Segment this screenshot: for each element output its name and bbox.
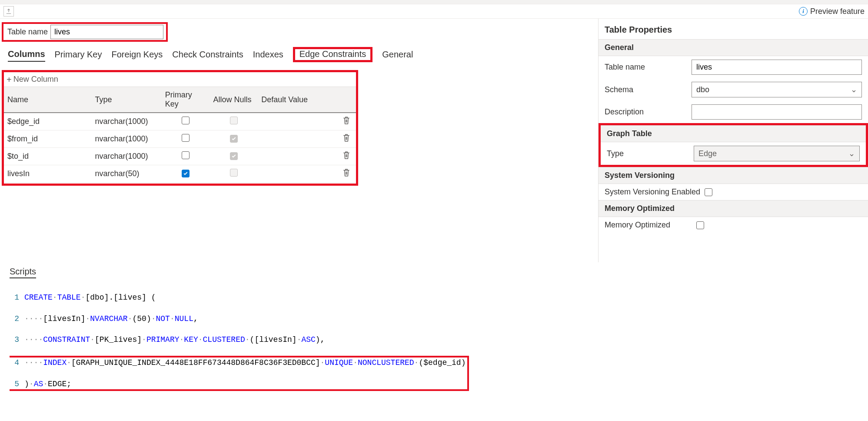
trash-icon[interactable] xyxy=(343,116,350,125)
main-split: Table name Columns Primary Key Foreign K… xyxy=(0,19,868,262)
info-icon: i xyxy=(799,7,808,16)
prop-schema-select[interactable]: dbo ⌄ xyxy=(692,82,862,97)
table-name-label: Table name xyxy=(5,26,50,38)
default-cell[interactable] xyxy=(258,165,336,183)
col-type-cell[interactable]: nvarchar(1000) xyxy=(91,148,161,165)
graph-table-highlight: Graph Table Type Edge ⌄ xyxy=(599,123,868,167)
col-type-cell[interactable]: nvarchar(1000) xyxy=(91,113,161,130)
pk-checkbox[interactable] xyxy=(182,151,190,159)
prop-schema-value: dbo xyxy=(696,85,709,94)
col-name-cell[interactable]: $to_id xyxy=(4,148,91,165)
preview-feature-text: Preview feature xyxy=(810,7,865,16)
tab-edge-constraints[interactable]: Edge Constraints xyxy=(299,47,366,60)
section-sysver: System Versioning xyxy=(599,167,868,184)
table-row[interactable]: $to_idnvarchar(1000) xyxy=(4,148,356,165)
table-row[interactable]: livesInnvarchar(50) xyxy=(4,165,356,183)
col-type-cell[interactable]: nvarchar(50) xyxy=(91,165,161,183)
trash-icon[interactable] xyxy=(343,134,350,142)
col-header-nulls: Allow Nulls xyxy=(210,87,258,113)
pk-checkbox[interactable] xyxy=(182,134,190,142)
tab-general[interactable]: General xyxy=(382,48,413,61)
prop-memopt-checkbox[interactable] xyxy=(696,221,704,229)
pk-checkbox[interactable] xyxy=(182,117,190,124)
section-general: General xyxy=(599,39,868,56)
tab-edge-constraints-highlight: Edge Constraints xyxy=(293,47,372,62)
tab-columns[interactable]: Columns xyxy=(8,47,45,62)
col-header-default: Default Value xyxy=(258,87,336,113)
top-strip xyxy=(0,0,868,4)
col-name-cell[interactable]: livesIn xyxy=(4,165,91,183)
chevron-down-icon: ⌄ xyxy=(848,149,855,158)
designer-tabs: Columns Primary Key Foreign Keys Check C… xyxy=(2,42,598,62)
table-name-input[interactable] xyxy=(50,25,163,39)
tab-check-constraints[interactable]: Check Constraints xyxy=(172,48,243,61)
tab-foreign-keys[interactable]: Foreign Keys xyxy=(111,48,163,61)
prop-description-label: Description xyxy=(605,107,692,117)
col-header-pk: Primary Key xyxy=(162,87,210,113)
prop-type-label: Type xyxy=(607,149,694,158)
prop-description-input[interactable] xyxy=(692,104,862,120)
trash-icon[interactable] xyxy=(343,151,350,160)
col-name-cell[interactable]: $edge_id xyxy=(4,113,91,130)
col-header-actions xyxy=(337,87,356,113)
default-cell[interactable] xyxy=(258,148,336,165)
tab-indexes[interactable]: Indexes xyxy=(253,48,283,61)
section-memopt: Memory Optimized xyxy=(599,200,868,217)
default-cell[interactable] xyxy=(258,130,336,148)
prop-memopt-label: Memory Optimized xyxy=(605,221,670,230)
columns-table: Name Type Primary Key Allow Nulls Defaul… xyxy=(4,87,356,183)
nulls-checkbox xyxy=(230,152,238,160)
new-column-label: New Column xyxy=(13,75,58,84)
prop-sysver-checkbox[interactable] xyxy=(705,188,712,196)
left-pane: Table name Columns Primary Key Foreign K… xyxy=(0,19,599,262)
columns-area: + New Column Name Type Primary Key Allow… xyxy=(2,70,358,186)
nulls-checkbox xyxy=(230,117,238,124)
chevron-down-icon: ⌄ xyxy=(851,85,857,94)
trash-icon[interactable] xyxy=(343,168,350,177)
table-row[interactable]: $from_idnvarchar(1000) xyxy=(4,130,356,148)
col-header-type: Type xyxy=(91,87,161,113)
new-column-button[interactable]: + New Column xyxy=(4,72,356,87)
header-row: i Preview feature xyxy=(0,4,868,19)
prop-type-select: Edge ⌄ xyxy=(694,146,860,161)
prop-table-name-label: Table name xyxy=(605,63,692,72)
properties-title: Table Properties xyxy=(599,25,868,39)
default-cell[interactable] xyxy=(258,113,336,130)
col-header-name: Name xyxy=(4,87,91,113)
section-graph: Graph Table xyxy=(601,125,866,142)
publish-icon[interactable] xyxy=(3,6,14,17)
tab-primary-key[interactable]: Primary Key xyxy=(55,48,102,61)
scripts-title: Scripts xyxy=(10,267,36,278)
nulls-checkbox xyxy=(230,135,238,143)
col-type-cell[interactable]: nvarchar(1000) xyxy=(91,130,161,148)
plus-icon: + xyxy=(7,75,12,84)
properties-pane: Table Properties General Table name Sche… xyxy=(599,19,868,262)
table-row[interactable]: $edge_idnvarchar(1000) xyxy=(4,113,356,130)
prop-type-value: Edge xyxy=(698,149,717,158)
prop-sysver-label: System Versioning Enabled xyxy=(605,187,700,197)
nulls-checkbox xyxy=(230,169,238,177)
script-code: 1CREATE·TABLE·[dbo].[lives] ( 2····[live… xyxy=(10,282,858,401)
prop-schema-label: Schema xyxy=(605,85,692,94)
scripts-panel: Scripts 1CREATE·TABLE·[dbo].[lives] ( 2·… xyxy=(0,262,868,406)
table-name-row: Table name xyxy=(2,22,168,42)
col-name-cell[interactable]: $from_id xyxy=(4,130,91,148)
pk-checkbox[interactable] xyxy=(182,170,190,177)
prop-table-name-input[interactable] xyxy=(692,60,862,75)
preview-feature-label: i Preview feature xyxy=(799,7,865,16)
